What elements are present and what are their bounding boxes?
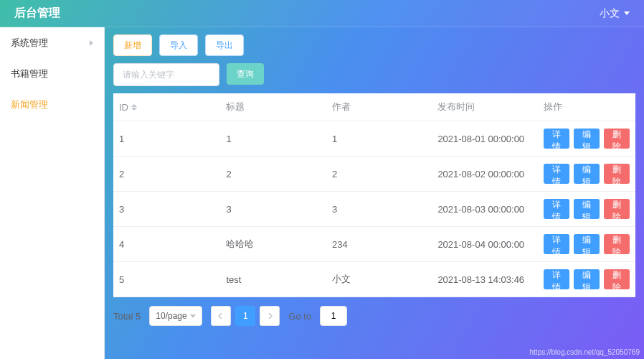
cell-pubtime: 2021-08-03 00:00:00 [432, 192, 538, 227]
edit-button[interactable]: 编辑 [574, 234, 600, 254]
sidebar-item-books[interactable]: 书籍管理 [0, 58, 104, 89]
cell-ops: 详情编辑删除 [538, 262, 635, 297]
edit-button[interactable]: 编辑 [574, 129, 600, 149]
detail-button[interactable]: 详情 [544, 164, 569, 184]
cell-id: 2 [113, 157, 220, 192]
chevron-right-icon [267, 313, 273, 319]
cell-title: 2 [220, 157, 326, 192]
cell-ops: 详情编辑删除 [538, 121, 635, 157]
delete-button[interactable]: 删除 [604, 234, 630, 254]
prev-page-button[interactable] [211, 306, 231, 326]
cell-id: 5 [113, 262, 220, 297]
add-button[interactable]: 新增 [113, 34, 152, 56]
page-size-select[interactable]: 10/page [149, 306, 202, 326]
main-content: 新增 导入 导出 查询 ID [105, 27, 644, 359]
delete-button[interactable]: 删除 [604, 129, 630, 149]
cell-id: 1 [113, 121, 220, 157]
pager: 1 [211, 306, 280, 326]
page-number-button[interactable]: 1 [235, 306, 255, 326]
export-button[interactable]: 导出 [205, 34, 244, 56]
cell-author: 2 [326, 157, 432, 192]
delete-button[interactable]: 删除 [604, 269, 630, 289]
column-header-pubtime[interactable]: 发布时间 [432, 93, 538, 121]
user-name: 小文 [600, 7, 620, 20]
cell-pubtime: 2021-08-04 00:00:00 [432, 227, 538, 262]
table-row: 1112021-08-01 00:00:00详情编辑删除 [113, 121, 635, 157]
cell-ops: 详情编辑删除 [538, 192, 635, 227]
cell-author: 3 [326, 192, 432, 227]
column-header-author[interactable]: 作者 [326, 93, 432, 121]
sidebar-item-label: 新闻管理 [11, 98, 48, 111]
cell-id: 4 [113, 227, 220, 262]
sidebar-item-system[interactable]: 系统管理 [0, 27, 104, 58]
chevron-left-icon [218, 313, 224, 319]
total-label: Total 5 [113, 311, 141, 322]
detail-button[interactable]: 详情 [544, 234, 569, 254]
goto-label: Go to [288, 311, 311, 322]
delete-button[interactable]: 删除 [604, 199, 630, 219]
pagination: Total 5 10/page 1 Go to [113, 306, 635, 326]
news-table: ID 标题 作者 发布时间 操作 1112021-08-01 00:00:00详… [113, 93, 635, 297]
cell-pubtime: 2021-08-13 14:03:46 [432, 262, 538, 297]
column-header-id[interactable]: ID [113, 93, 220, 121]
cell-title: test [220, 262, 326, 297]
table-row: 4哈哈哈2342021-08-04 00:00:00详情编辑删除 [113, 227, 635, 262]
cell-author: 234 [326, 227, 432, 262]
detail-button[interactable]: 详情 [544, 199, 569, 219]
detail-button[interactable]: 详情 [544, 269, 569, 289]
cell-title: 3 [220, 192, 326, 227]
cell-pubtime: 2021-08-01 00:00:00 [432, 121, 538, 157]
next-page-button[interactable] [260, 306, 280, 326]
chevron-down-icon [624, 11, 630, 15]
caret-up-icon [131, 104, 137, 107]
sidebar-item-label: 书籍管理 [11, 67, 48, 80]
edit-button[interactable]: 编辑 [574, 164, 600, 184]
chevron-right-icon [90, 40, 93, 46]
cell-title: 哈哈哈 [220, 227, 326, 262]
sidebar-item-label: 系统管理 [11, 37, 48, 50]
column-header-title[interactable]: 标题 [220, 93, 326, 121]
sidebar: 系统管理 书籍管理 新闻管理 [0, 27, 105, 359]
column-header-ops: 操作 [538, 93, 635, 121]
search-bar: 查询 [113, 63, 635, 86]
table-row: 5test小文2021-08-13 14:03:46详情编辑删除 [113, 262, 635, 297]
toolbar: 新增 导入 导出 [113, 34, 635, 56]
app-header: 后台管理 小文 [0, 0, 644, 27]
sidebar-item-news[interactable]: 新闻管理 [0, 89, 104, 120]
cell-id: 3 [113, 192, 220, 227]
chevron-down-icon [190, 314, 196, 318]
user-dropdown[interactable]: 小文 [600, 7, 630, 20]
cell-title: 1 [220, 121, 326, 157]
brand-title: 后台管理 [14, 6, 60, 21]
cell-ops: 详情编辑删除 [538, 227, 635, 262]
cell-ops: 详情编辑删除 [538, 157, 635, 192]
query-button[interactable]: 查询 [227, 63, 264, 85]
detail-button[interactable]: 详情 [544, 129, 569, 149]
sort-icon[interactable] [131, 104, 137, 111]
watermark: https://blog.csdn.net/qq_52050769 [530, 348, 640, 356]
cell-author: 小文 [326, 262, 432, 297]
table-row: 2222021-08-02 00:00:00详情编辑删除 [113, 157, 635, 192]
edit-button[interactable]: 编辑 [574, 199, 600, 219]
search-input[interactable] [113, 63, 219, 86]
delete-button[interactable]: 删除 [604, 164, 630, 184]
cell-author: 1 [326, 121, 432, 157]
caret-down-icon [131, 108, 137, 111]
goto-input[interactable] [320, 306, 347, 326]
import-button[interactable]: 导入 [159, 34, 198, 56]
edit-button[interactable]: 编辑 [574, 269, 600, 289]
cell-pubtime: 2021-08-02 00:00:00 [432, 157, 538, 192]
table-row: 3332021-08-03 00:00:00详情编辑删除 [113, 192, 635, 227]
